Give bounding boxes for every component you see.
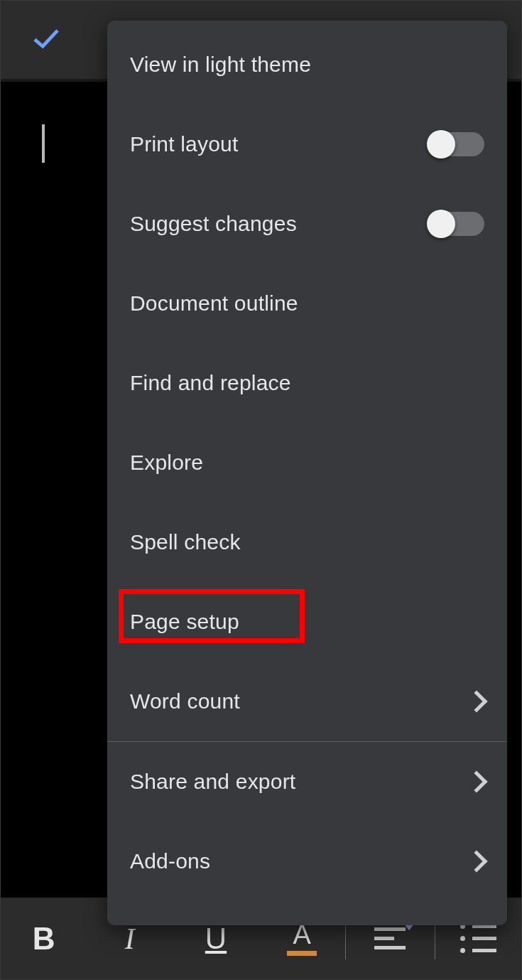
menu-item-share-export[interactable]: Share and export <box>107 742 507 822</box>
overflow-menu: View in light theme Print layout Suggest… <box>107 21 507 925</box>
menu-item-page-setup[interactable]: Page setup <box>107 582 507 662</box>
menu-item-document-outline[interactable]: Document outline <box>107 264 507 343</box>
toggle-print-layout[interactable] <box>429 132 484 156</box>
menu-item-spell-check[interactable]: Spell check <box>107 502 507 582</box>
list-icon <box>460 924 496 953</box>
chevron-right-icon <box>465 690 487 712</box>
menu-item-label: Word count <box>130 689 240 714</box>
menu-item-label: Share and export <box>130 770 295 794</box>
menu-item-view-light-theme[interactable]: View in light theme <box>107 25 507 104</box>
menu-item-label: Document outline <box>130 291 298 316</box>
menu-item-label: Explore <box>130 451 203 475</box>
menu-item-suggest-changes[interactable]: Suggest changes <box>107 184 507 264</box>
menu-item-add-ons[interactable]: Add-ons <box>107 822 507 901</box>
menu-item-label: Suggest changes <box>130 212 297 236</box>
menu-item-label: Print layout <box>130 132 238 156</box>
menu-item-label: Spell check <box>130 530 241 554</box>
menu-item-print-layout[interactable]: Print layout <box>107 104 507 184</box>
toggle-suggest-changes[interactable] <box>429 212 484 236</box>
app-frame: B I U A View in light theme Print layout <box>0 0 522 980</box>
bold-button[interactable]: B <box>1 898 87 979</box>
text-color-icon: A <box>287 921 317 956</box>
menu-item-label: Find and replace <box>130 371 291 395</box>
menu-item-label: View in light theme <box>130 53 311 77</box>
menu-item-word-count[interactable]: Word count <box>107 662 507 741</box>
done-check-icon[interactable] <box>29 21 63 58</box>
chevron-right-icon <box>465 770 487 792</box>
menu-item-explore[interactable]: Explore <box>107 423 507 502</box>
menu-item-find-replace[interactable]: Find and replace <box>107 343 507 423</box>
chevron-right-icon <box>465 850 487 872</box>
menu-item-label: Add-ons <box>130 849 210 873</box>
menu-item-label: Page setup <box>130 610 239 634</box>
align-left-icon <box>374 927 406 949</box>
text-cursor <box>42 124 45 163</box>
